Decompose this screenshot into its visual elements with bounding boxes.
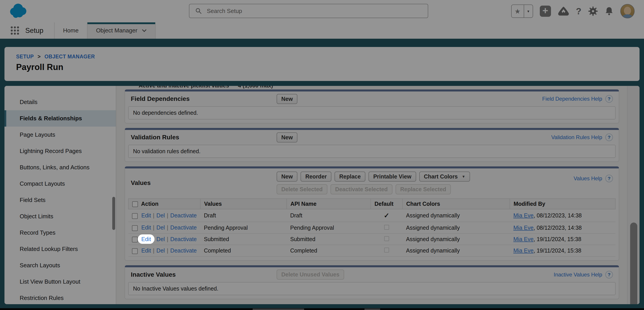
values-help-link[interactable]: Values Help <box>574 175 602 182</box>
value-cell: Completed <box>200 245 287 256</box>
select-all-checkbox[interactable] <box>132 201 138 207</box>
value-cell: Submitted <box>200 234 287 245</box>
edit-link[interactable]: Edit <box>141 224 151 230</box>
picklist-values-table: Action Values API Name Default Chart Col… <box>128 198 616 257</box>
table-row-submitted: Edit|Del|Deactivate Submitted Submitted … <box>128 234 616 245</box>
values-reorder-button[interactable]: Reorder <box>300 172 332 182</box>
validation-rules-new-button[interactable]: New <box>276 132 298 142</box>
deactivate-link[interactable]: Deactivate <box>170 224 197 230</box>
table-row-draft: Edit|Del|Deactivate Draft Draft ✓ Assign… <box>128 209 616 222</box>
object-manager-sidebar: Details Fields & Relationships Page Layo… <box>4 86 116 304</box>
modified-by-user-link[interactable]: Mia Eve <box>514 224 534 231</box>
breadcrumb-setup-link[interactable]: SETUP <box>16 54 34 60</box>
help-icon[interactable]: ? <box>576 6 582 16</box>
field-dependencies-help-link[interactable]: Field Dependencies Help <box>542 96 602 102</box>
sidebar-item-object-limits[interactable]: Object Limits <box>4 208 116 224</box>
section-values: Values New Reorder Replace Printable Vie… <box>124 166 619 261</box>
section-title: Values <box>131 180 276 186</box>
values-new-button[interactable]: New <box>276 172 298 182</box>
setup-nav-bar: Setup Home Object Manager <box>0 22 644 39</box>
modified-by-cell: Mia Eve, 19/11/2024, 15:38 <box>510 234 616 245</box>
deactivate-link[interactable]: Deactivate <box>170 247 197 254</box>
del-link[interactable]: Del <box>156 247 165 254</box>
sidebar-item-details[interactable]: Details <box>4 94 116 110</box>
default-unchecked-icon <box>384 225 389 230</box>
chevron-down-icon <box>142 29 147 32</box>
help-orb-icon[interactable]: ? <box>605 134 613 141</box>
global-header: ★ ▼ + ? <box>0 0 644 22</box>
row-checkbox[interactable] <box>132 248 138 254</box>
section-validation-rules: Validation Rules New Validation Rules He… <box>124 128 619 162</box>
del-link[interactable]: Del <box>156 212 165 218</box>
values-deactivate-selected-button[interactable]: Deactivate Selected <box>330 184 392 194</box>
row-checkbox[interactable] <box>132 237 138 242</box>
help-orb-icon[interactable]: ? <box>605 175 613 182</box>
salesforce-logo-icon[interactable] <box>8 2 28 20</box>
user-avatar[interactable] <box>620 4 634 18</box>
sidebar-item-buttons-links-actions[interactable]: Buttons, Links, and Actions <box>4 159 116 176</box>
modified-by-user-link[interactable]: Mia Eve <box>514 236 534 242</box>
row-checkbox[interactable] <box>132 213 138 219</box>
validation-rules-empty-message: No validation rules defined. <box>128 145 616 158</box>
header-actions: ★ ▼ + ? <box>511 0 634 22</box>
edit-link-highlighted[interactable]: Edit <box>141 236 151 242</box>
sidebar-item-field-sets[interactable]: Field Sets <box>4 192 116 208</box>
fields-relationships-detail: Active and inactive picklist values 4 (1… <box>116 86 640 304</box>
setup-gear-icon[interactable] <box>588 6 598 16</box>
content-scrollbar-thumb[interactable] <box>630 222 637 304</box>
api-name-cell: Draft <box>287 209 371 222</box>
favorites-button[interactable]: ★ ▼ <box>511 4 533 18</box>
sidebar-item-fields-relationships[interactable]: Fields & Relationships <box>4 110 116 126</box>
field-dependencies-new-button[interactable]: New <box>276 94 298 104</box>
search-input[interactable] <box>189 4 428 18</box>
content-card: Details Fields & Relationships Page Layo… <box>4 86 640 304</box>
del-link[interactable]: Del <box>156 236 165 242</box>
salesforce-setup-screen: ★ ▼ + ? <box>0 0 644 310</box>
app-launcher-waffle-icon[interactable] <box>11 26 19 35</box>
edit-link[interactable]: Edit <box>141 212 151 218</box>
sidebar-item-compact-layouts[interactable]: Compact Layouts <box>4 176 116 192</box>
delete-unused-values-button[interactable]: Delete Unused Values <box>276 270 344 280</box>
help-orb-icon[interactable]: ? <box>605 95 613 103</box>
sidebar-item-search-layouts[interactable]: Search Layouts <box>4 257 116 274</box>
sidebar-item-lightning-record-pages[interactable]: Lightning Record Pages <box>4 143 116 159</box>
chart-colors-cell: Assigned dynamically <box>402 209 510 222</box>
chart-colors-cell: Assigned dynamically <box>402 222 510 233</box>
help-orb-icon[interactable]: ? <box>605 271 613 278</box>
deactivate-link[interactable]: Deactivate <box>170 236 197 242</box>
sidebar-item-record-types[interactable]: Record Types <box>4 224 116 241</box>
modified-by-user-link[interactable]: Mia Eve <box>514 212 534 218</box>
bottom-edge-strip <box>0 308 644 310</box>
del-link[interactable]: Del <box>156 224 165 230</box>
trailhead-icon[interactable] <box>558 6 569 16</box>
sidebar-item-list-view-button-layout[interactable]: List View Button Layout <box>4 274 116 290</box>
values-replace-button[interactable]: Replace <box>334 172 366 182</box>
deactivate-link[interactable]: Deactivate <box>170 212 197 218</box>
edit-link[interactable]: Edit <box>141 247 151 254</box>
validation-rules-help-link[interactable]: Validation Rules Help <box>551 134 602 140</box>
breadcrumb-object-manager-link[interactable]: OBJECT MANAGER <box>44 54 95 60</box>
sidebar-scrollbar-thumb[interactable] <box>112 197 115 230</box>
page-area: SETUP > OBJECT MANAGER Payroll Run Detai… <box>0 47 644 304</box>
modified-by-user-link[interactable]: Mia Eve <box>514 247 534 254</box>
favorites-caret-icon[interactable]: ▼ <box>524 5 533 18</box>
sidebar-item-page-layouts[interactable]: Page Layouts <box>4 126 116 143</box>
sidebar-item-restriction-rules[interactable]: Restriction Rules <box>4 290 116 304</box>
values-replace-selected-button[interactable]: Replace Selected <box>396 184 451 194</box>
values-chart-colors-dropdown-button[interactable]: Chart Colors ▼ <box>419 172 470 182</box>
global-actions-plus-icon[interactable]: + <box>540 6 551 17</box>
content-scrollbar-track[interactable] <box>627 86 640 304</box>
api-name-cell: Submitted <box>287 234 371 245</box>
tab-home[interactable]: Home <box>54 22 88 39</box>
section-inactive-values: Inactive Values Delete Unused Values Ina… <box>124 265 619 299</box>
sidebar-item-related-lookup-filters[interactable]: Related Lookup Filters <box>4 241 116 257</box>
inactive-values-help-link[interactable]: Inactive Values Help <box>554 272 602 278</box>
inactive-values-empty-message: No Inactive Values values defined. <box>128 282 616 295</box>
row-checkbox[interactable] <box>132 225 138 231</box>
tab-object-manager[interactable]: Object Manager <box>88 22 156 39</box>
values-delete-selected-button[interactable]: Delete Selected <box>276 184 327 194</box>
star-icon[interactable]: ★ <box>512 5 524 18</box>
notifications-bell-icon[interactable] <box>605 6 614 16</box>
values-printable-view-button[interactable]: Printable View <box>368 172 416 182</box>
chart-colors-cell: Assigned dynamically <box>402 245 510 256</box>
